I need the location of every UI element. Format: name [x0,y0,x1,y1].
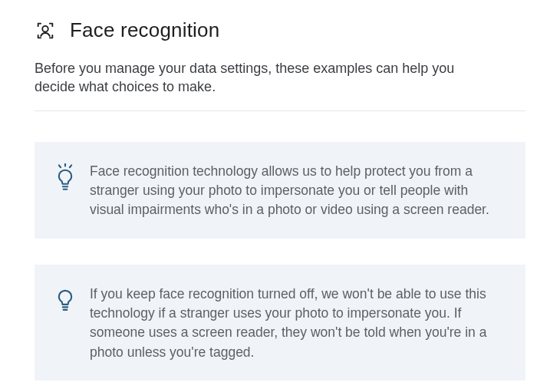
info-card-on: Face recognition technology allows us to… [35,142,525,239]
info-card-text: Face recognition technology allows us to… [90,162,502,220]
face-recognition-icon [35,20,56,41]
info-card-text: If you keep face recognition turned off,… [90,285,502,363]
svg-point-0 [42,25,48,31]
lightbulb-off-icon [54,286,76,317]
page-title: Face recognition [70,18,219,42]
info-card-off: If you keep face recognition turned off,… [35,265,525,381]
info-cards: Face recognition technology allows us to… [35,142,525,381]
svg-line-2 [59,165,61,167]
page-header: Face recognition [35,18,525,42]
divider [35,110,525,111]
lightbulb-on-icon [54,163,76,194]
svg-line-3 [70,165,71,167]
intro-text: Before you manage your data settings, th… [35,59,495,97]
